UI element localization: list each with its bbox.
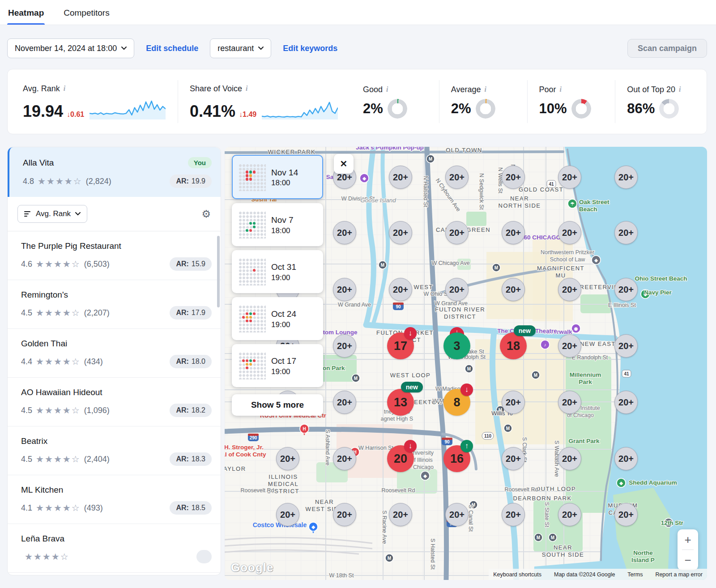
info-icon[interactable]: i (679, 85, 681, 94)
map-pin-20plus[interactable]: 20+ (445, 278, 469, 301)
map-pin-20plus[interactable]: 20+ (614, 166, 638, 189)
map-pin-rank-3[interactable]: 3 (443, 332, 470, 359)
map-pin-20plus[interactable]: 20+ (333, 221, 356, 244)
map-pin-20plus[interactable]: 20+ (389, 221, 412, 244)
map-pin-20plus[interactable]: 20+ (558, 221, 581, 244)
terms-link[interactable]: Terms (627, 571, 643, 578)
zoom-in-button[interactable]: + (678, 529, 698, 550)
map-pin-20plus[interactable]: 20+ (558, 391, 581, 414)
heatmap-dot (249, 178, 252, 180)
map-pin-20plus[interactable]: 20+ (333, 334, 356, 358)
map-pin-rank-8[interactable]: 8↓ (443, 389, 470, 416)
map-pin-20plus[interactable]: 20+ (614, 447, 638, 470)
avg-rank-sparkline (90, 98, 166, 119)
zoom-out-button[interactable]: − (678, 550, 698, 570)
map-pin-20plus[interactable]: 20+ (558, 447, 581, 470)
map-pin-20plus[interactable]: 20+ (502, 503, 525, 526)
competitor-row[interactable]: The Purple Pig Restaurant 4.6 ★★★★☆ (6,5… (8, 231, 221, 280)
heatmap-dot (249, 312, 252, 315)
scan-campaign-button[interactable]: Scan campaign (627, 39, 707, 58)
tab-heatmap[interactable]: Heatmap (7, 2, 45, 25)
ar-label: AR: (176, 504, 188, 511)
chevron-down-icon (258, 47, 264, 50)
map-pin-20plus[interactable]: 20+ (333, 447, 356, 470)
tab-competitors[interactable]: Competitors (63, 2, 110, 25)
map-pin-20plus[interactable]: 20+ (614, 221, 638, 244)
show-more-scans-button[interactable]: Show 5 more (232, 394, 323, 416)
map-pin-20plus[interactable]: 20+ (333, 391, 356, 414)
map-pin-20plus[interactable]: 20+ (614, 391, 638, 414)
competitor-row[interactable]: Remington's 4.5 ★★★★☆ (2,207) AR:17.9 (8, 280, 221, 329)
review-count: (6,503) (84, 260, 110, 269)
date-select[interactable]: November 14, 2024 at 18:00 (7, 38, 134, 58)
info-icon[interactable]: i (560, 85, 562, 94)
map-data-attribution: Map data ©2024 Google (554, 571, 615, 578)
map-pin-20plus[interactable]: 20+ (276, 503, 299, 526)
ar-value: 18.3 (192, 455, 205, 463)
gear-icon[interactable]: ⚙ (201, 208, 211, 220)
sort-row: Avg. Rank ⚙ (8, 197, 221, 231)
rating-value: 4.6 (21, 260, 32, 269)
map-pin-20plus[interactable]: 20+ (502, 166, 525, 189)
map-pin-20plus[interactable]: 20+ (445, 166, 469, 189)
map-pin-20plus[interactable]: 20+ (502, 391, 525, 414)
scan-date: Oct 31 (271, 261, 296, 273)
donut-stat-label: Poor (539, 85, 556, 94)
map-pin-20plus[interactable]: 20+ (502, 221, 525, 244)
history-scan-card[interactable]: Nov 7 18:00 (232, 203, 323, 246)
report-map-error-link[interactable]: Report a map error (655, 571, 703, 578)
info-icon[interactable]: i (64, 85, 65, 93)
google-logo[interactable]: Google (231, 561, 274, 575)
map-pin-20plus[interactable]: 20+ (502, 447, 525, 470)
map-pin-20plus[interactable]: 20+ (445, 221, 469, 244)
info-icon[interactable]: i (386, 85, 388, 94)
history-scan-card[interactable]: Oct 17 19:00 (232, 344, 323, 387)
map-pin-20plus[interactable]: 20+ (389, 166, 412, 189)
map-pin-20plus[interactable]: 20+ (276, 447, 299, 470)
map-pin-rank-16[interactable]: 16↑ (443, 445, 470, 472)
history-scan-card[interactable]: Oct 24 19:00 (232, 297, 323, 340)
competitor-row[interactable]: Golden Thai 4.4 ★★★★☆ (434) AR:18.0 (8, 329, 221, 378)
map-pin-20plus[interactable]: 20+ (558, 166, 581, 189)
stat-average: Averagei 2% (439, 80, 527, 123)
map-pin-20plus[interactable]: 20+ (614, 278, 638, 301)
map-pin-20plus[interactable]: 20+ (614, 334, 638, 358)
heatmap-dot (249, 229, 252, 232)
map-canvas[interactable]: 9029090904141110 MMMMMMMMMMMMHH◆♪◉☂◆◆◆◆◉… (225, 147, 707, 580)
list-scrollbar-thumb[interactable] (217, 236, 220, 307)
sov-value: 0.41% (190, 103, 235, 119)
map-pin-20plus[interactable]: 20+ (558, 334, 581, 358)
map-pin-20plus[interactable]: 20+ (502, 278, 525, 301)
edit-keywords-link[interactable]: Edit keywords (283, 44, 337, 53)
map-pin-20plus[interactable]: 20+ (558, 503, 581, 526)
close-history-button[interactable]: ✕ (334, 154, 354, 174)
map-pin-rank-13[interactable]: 13new (387, 389, 414, 416)
info-icon[interactable]: i (246, 85, 247, 93)
map-pin-20plus[interactable]: 20+ (333, 278, 356, 301)
map-pin-20plus[interactable]: 20+ (558, 278, 581, 301)
you-business-card[interactable]: Alla Vita You 4.8 ★★★★☆ (2,824) AR:19.9 (8, 147, 221, 197)
heatmap-dot (246, 170, 248, 173)
edit-schedule-link[interactable]: Edit schedule (146, 44, 198, 53)
competitor-row[interactable]: Leña Brava ★★★★☆ (8, 524, 221, 573)
map-pin-rank-20[interactable]: 20↓ (387, 445, 414, 472)
map-pin-20plus[interactable]: 20+ (389, 503, 412, 526)
map-pin-20plus[interactable]: 20+ (445, 503, 469, 526)
heatmap-dot (246, 312, 248, 315)
donut-stat-label: Good (363, 85, 383, 94)
map-pin-20plus[interactable]: 20+ (389, 278, 412, 301)
competitor-row[interactable]: ML Kitchen 4.1 ★★★★☆ (493) AR:18.5 (8, 475, 221, 524)
map-pin-20plus[interactable]: 20+ (333, 503, 356, 526)
map-pin-20plus[interactable]: 20+ (614, 503, 638, 526)
map-pin-rank-17[interactable]: 17↓ (387, 332, 414, 359)
map-pin-rank-18[interactable]: 18new (500, 332, 527, 359)
competitor-row[interactable]: AO Hawaiian Hideout 4.5 ★★★★☆ (1,096) AR… (8, 378, 221, 426)
business-name: Golden Thai (21, 339, 67, 349)
sort-dropdown[interactable]: Avg. Rank (17, 205, 87, 223)
history-scan-card[interactable]: Oct 31 19:00 (232, 250, 323, 293)
keyboard-shortcuts-link[interactable]: Keyboard shortcuts (493, 571, 541, 578)
info-icon[interactable]: i (484, 85, 486, 94)
keyword-select[interactable]: restaurant (210, 38, 271, 58)
competitor-row[interactable]: Beatrix 4.5 ★★★★☆ (2,404) AR:18.3 (8, 426, 221, 475)
history-scan-card[interactable]: Nov 14 18:00 (232, 155, 323, 199)
